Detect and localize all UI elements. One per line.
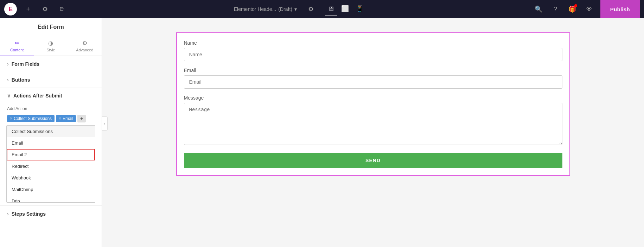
dropdown-item-redirect[interactable]: Redirect [7, 160, 95, 172]
dropdown-item-email[interactable]: Email [7, 137, 95, 149]
message-input[interactable] [184, 103, 562, 145]
main-layout: Edit Form ✏ Content ◑ Style ⚙ Advanced ›… [0, 18, 644, 247]
add-action-button[interactable]: + [77, 115, 86, 122]
message-label: Message [184, 95, 562, 101]
doc-title-text: Elementor Heade... [234, 6, 276, 12]
preview-icon[interactable]: 👁 [584, 4, 595, 15]
chevron-down-icon: ▾ [294, 6, 297, 12]
tag-email-label: Email [63, 116, 73, 121]
chevron-right-icon: › [7, 61, 9, 67]
steps-settings-label: Steps Settings [12, 211, 46, 217]
action-dropdown[interactable]: Collect Submissions Email Email 2 Redire… [6, 125, 95, 203]
tag-collect-label: Collect Submissions [14, 116, 52, 121]
email-field: Email [184, 68, 562, 89]
sidebar-collapse-handle[interactable]: ‹ [102, 116, 108, 131]
top-bar-right: 🔍 ? 🎁 👁 Publish [533, 0, 640, 18]
form-widget: Name Email Message SEND [176, 32, 570, 176]
dropdown-item-drip[interactable]: Drip [7, 195, 95, 203]
add-widget-button[interactable]: + [23, 4, 34, 15]
steps-settings-section[interactable]: › Steps Settings [0, 206, 102, 222]
form-fields-label: Form Fields [12, 61, 39, 67]
dropdown-item-email2[interactable]: Email 2 [7, 149, 95, 160]
tag-x-icon-2: × [59, 116, 61, 121]
settings-icon[interactable]: ⚙ [39, 4, 51, 15]
sidebar-content: › Form Fields › Buttons ∨ Actions After … [0, 56, 102, 247]
name-input[interactable] [184, 48, 562, 61]
doc-status: (Draft) [278, 6, 292, 12]
sidebar-header: Edit Form [0, 18, 102, 36]
top-bar: E + ⚙ ⧉ Elementor Heade... (Draft) ▾ ⚙ 🖥… [0, 0, 644, 18]
buttons-section[interactable]: › Buttons [0, 72, 102, 88]
publish-button[interactable]: Publish [600, 0, 640, 18]
desktop-view-button[interactable]: 🖥 [325, 3, 337, 15]
pencil-icon: ✏ [15, 40, 19, 46]
chevron-right-icon-2: › [7, 77, 9, 83]
layers-icon[interactable]: ⧉ [56, 4, 68, 15]
doc-title[interactable]: Elementor Heade... (Draft) ▾ [234, 6, 297, 12]
tag-collect-submissions[interactable]: × Collect Submissions [7, 115, 55, 122]
submit-button[interactable]: SEND [184, 153, 562, 168]
tab-advanced-label: Advanced [76, 48, 93, 52]
tablet-view-button[interactable]: ⬜ [338, 3, 352, 15]
dropdown-item-mailchimp[interactable]: MailChimp [7, 184, 95, 195]
buttons-label: Buttons [12, 77, 30, 83]
email-label: Email [184, 68, 562, 73]
search-icon[interactable]: 🔍 [533, 4, 544, 15]
chevron-down-icon-2: ∨ [7, 93, 11, 99]
style-icon: ◑ [48, 40, 53, 46]
actions-header[interactable]: ∨ Actions After Submit [0, 88, 102, 103]
tab-advanced[interactable]: ⚙ Advanced [68, 36, 102, 56]
site-settings-icon[interactable]: ⚙ [305, 4, 317, 15]
advanced-icon: ⚙ [82, 40, 87, 46]
action-tags: × Collect Submissions × Email + [0, 113, 102, 125]
mobile-view-button[interactable]: 📱 [353, 3, 366, 15]
tab-content[interactable]: ✏ Content [0, 36, 34, 56]
email-input[interactable] [184, 75, 562, 89]
actions-after-submit-label: Actions After Submit [13, 93, 62, 99]
form-fields-section[interactable]: › Form Fields [0, 56, 102, 72]
tab-style-label: Style [46, 48, 55, 52]
tab-style[interactable]: ◑ Style [34, 36, 68, 56]
dropdown-item-webhook[interactable]: Webhook [7, 172, 95, 184]
canvas-area: Name Email Message SEND [102, 18, 644, 247]
dropdown-item-collect-submissions[interactable]: Collect Submissions [7, 126, 95, 137]
tab-row: ✏ Content ◑ Style ⚙ Advanced [0, 36, 102, 56]
chevron-right-icon-3: › [7, 211, 9, 217]
tag-x-icon: × [10, 116, 12, 121]
elementor-logo[interactable]: E [4, 3, 17, 15]
view-modes: 🖥 ⬜ 📱 [325, 3, 366, 15]
top-bar-left: E + ⚙ ⧉ [4, 3, 68, 15]
tag-email[interactable]: × Email [56, 115, 76, 122]
notification-dot [574, 4, 577, 7]
help-icon[interactable]: ? [550, 4, 561, 15]
name-label: Name [184, 40, 562, 46]
name-field: Name [184, 40, 562, 61]
top-bar-center: Elementor Heade... (Draft) ▾ ⚙ 🖥 ⬜ 📱 [234, 3, 366, 15]
add-action-label: Add Action [0, 103, 102, 113]
message-field: Message [184, 95, 562, 146]
sidebar: Edit Form ✏ Content ◑ Style ⚙ Advanced ›… [0, 18, 102, 247]
actions-after-submit-section: ∨ Actions After Submit Add Action × Coll… [0, 88, 102, 206]
tab-content-label: Content [10, 48, 24, 52]
